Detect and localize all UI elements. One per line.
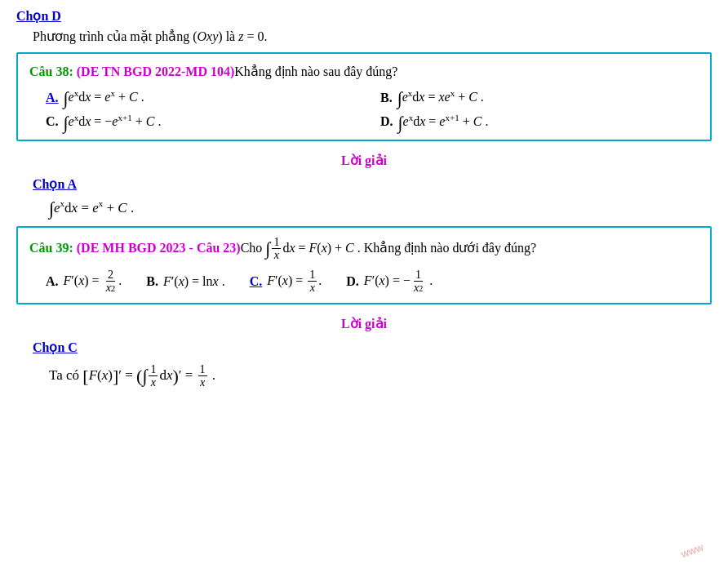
q39-a-label: A.	[46, 274, 59, 289]
question-39-box: Câu 39: (DE MH BGD 2023 - Câu 23)Cho ∫1x…	[16, 226, 712, 304]
watermark: www	[679, 541, 705, 561]
q39-answer-d[interactable]: D. F′(x) = −1x2 .	[346, 269, 433, 295]
q39-chon-label[interactable]: Chọn C	[33, 340, 712, 355]
q38-answer-b[interactable]: B. ∫exdx = xex + C .	[380, 88, 699, 108]
q38-c-formula: ∫exdx = −ex+1 + C .	[64, 113, 162, 132]
q38-answer-d[interactable]: D. ∫exdx = ex+1 + C .	[380, 113, 699, 132]
q38-solution-formula: ∫exdx = ex + C .	[49, 198, 712, 218]
q39-answer-a[interactable]: A. F′(x) = 2x2.	[46, 269, 122, 295]
q39-pre: Cho	[241, 241, 266, 255]
q39-d-label: D.	[346, 274, 359, 289]
q38-text: Khẳng định nào sau đây đúng?	[234, 64, 397, 78]
q38-c-label: C.	[46, 114, 59, 129]
prev-phuong-trinh: Phương trình của mặt phẳng (Oxy) là z = …	[33, 29, 712, 44]
q38-a-label: A.	[46, 91, 59, 105]
q39-b-label: B.	[146, 274, 158, 289]
prev-answer-section: Chọn D Phương trình của mặt phẳng (Oxy) …	[16, 8, 712, 44]
q38-source: (DE TN BGD 2022-MD 104)	[77, 64, 234, 78]
q38-chon-label[interactable]: Chọn A	[33, 176, 712, 192]
prev-chon-label[interactable]: Chọn D	[16, 8, 712, 24]
q39-b-formula: F′(x) = lnx .	[163, 274, 225, 289]
q39-solution-formula: Ta có [F(x)]′ = (∫1xdx)′ = 1x .	[49, 363, 712, 389]
q39-integral: ∫1xdx = F(x) + C	[265, 241, 357, 255]
question-39-header: Câu 39: (DE MH BGD 2023 - Câu 23)Cho ∫1x…	[29, 236, 699, 262]
q39-loi-giai-bar: Lời giải	[16, 311, 712, 336]
q39-d-formula: F′(x) = −1x2 .	[364, 269, 433, 295]
q38-b-label: B.	[380, 91, 393, 105]
q38-answer-c[interactable]: C. ∫exdx = −ex+1 + C .	[46, 113, 364, 132]
q38-d-formula: ∫exdx = ex+1 + C .	[398, 113, 489, 132]
q39-answers: A. F′(x) = 2x2. B. F′(x) = lnx . C. F′(x…	[46, 269, 699, 295]
q38-answer-a[interactable]: A. ∫exdx = ex + C .	[46, 88, 364, 108]
q38-loi-giai-bar: Lời giải	[16, 148, 712, 173]
q38-solution: Chọn A ∫exdx = ex + C .	[33, 176, 712, 218]
q39-answer-c[interactable]: C. F′(x) = 1x.	[250, 269, 322, 295]
q38-a-formula: ∫exdx = ex + C .	[64, 88, 144, 108]
q39-source: (DE MH BGD 2023 - Câu 23)	[77, 241, 241, 255]
question-38-box: Câu 38: (DE TN BGD 2022-MD 104)Khẳng địn…	[16, 52, 712, 141]
q38-answers: A. ∫exdx = ex + C . B. ∫exdx = xex + C .…	[46, 88, 699, 131]
q38-number: Câu 38:	[29, 64, 73, 78]
q39-a-formula: F′(x) = 2x2.	[64, 269, 122, 295]
question-38-header: Câu 38: (DE TN BGD 2022-MD 104)Khẳng địn…	[29, 62, 699, 82]
q38-d-label: D.	[380, 114, 393, 129]
q39-c-formula: F′(x) = 1x.	[267, 269, 322, 295]
q39-solution: Chọn C Ta có [F(x)]′ = (∫1xdx)′ = 1x .	[33, 340, 712, 389]
q39-c-label: C.	[250, 274, 263, 289]
q39-answer-b[interactable]: B. F′(x) = lnx .	[146, 274, 224, 289]
q39-post: . Khẳng định nào dưới đây đúng?	[357, 241, 536, 255]
q38-b-formula: ∫exdx = xex + C .	[397, 88, 484, 108]
q39-number: Câu 39:	[29, 241, 73, 255]
